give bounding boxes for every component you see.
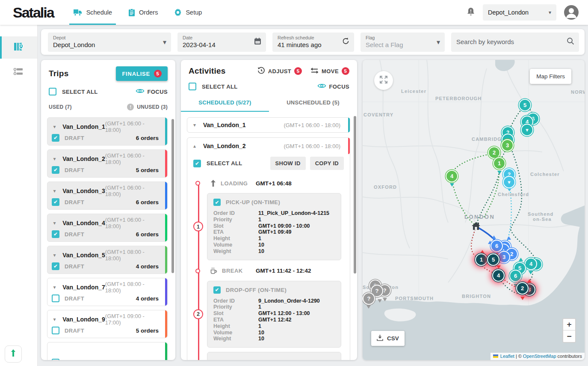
activities-focus-button[interactable]: FOCUS [317, 83, 350, 90]
trip-checkbox[interactable]: ✔ [52, 230, 59, 238]
map-marker[interactable]: 3 [501, 139, 514, 152]
stop-card[interactable]: ✔ DROP-OFF (ON-TIME) Order ID9_London_Or… [207, 281, 341, 348]
trip-card[interactable]: ▾ Van_London_3 (GMT+1 06:00 - 18:00) ✔ D… [47, 182, 168, 210]
nav-schedule[interactable]: Schedule [65, 0, 120, 25]
map-marker[interactable]: ▾ [521, 124, 533, 136]
adjust-button[interactable]: ADJUST 5 [257, 67, 302, 76]
map-marker[interactable]: ? [363, 292, 375, 305]
zoom-out-button[interactable]: − [563, 330, 575, 342]
map-marker[interactable]: 2 [516, 282, 529, 295]
trip-card[interactable]: ▾ Van_London_2 (GMT+1 06:00 - 18:00) ✔ D… [47, 149, 168, 178]
vehicle-expanded-header[interactable]: ▴ Van_London_2 (GMT+1 06:00 - 18:00) [187, 138, 350, 154]
trips-select-all-checkbox[interactable] [49, 88, 56, 95]
search-field[interactable]: Search by keywords [451, 33, 579, 52]
date-field[interactable]: Date 2023-04-14 [177, 33, 266, 52]
map-marker[interactable]: 1 [475, 253, 488, 266]
chevron-down-icon[interactable]: ▾ [52, 124, 57, 130]
chevron-down-icon: ▾ [163, 38, 166, 46]
activities-select-all-checkbox[interactable] [189, 83, 196, 90]
trip-checkbox[interactable]: ✔ [52, 198, 59, 206]
upload-arrow-icon [10, 349, 17, 359]
finalise-button[interactable]: FINALISE 5 [116, 66, 168, 81]
depot-field[interactable]: Depot Depot_London ▾ [48, 33, 171, 52]
show-id-button[interactable]: SHOW ID [270, 157, 306, 170]
trip-checkbox[interactable] [52, 359, 59, 360]
map-city-label: BRIGHTON [462, 294, 491, 299]
nav-setup[interactable]: Setup [166, 0, 210, 25]
depot-selector[interactable]: Depot_London ▾ [483, 4, 556, 21]
map-marker[interactable]: 4 [446, 170, 458, 182]
stop-field-row: Height1 [213, 323, 335, 330]
trip-card[interactable]: ▾ Van_London_9 (GMT+1 09:00 - 17:00) DRA… [47, 310, 168, 338]
csv-download-button[interactable]: CSV [371, 331, 405, 346]
nav-orders[interactable]: Orders [120, 0, 166, 25]
panel-row: Trips FINALISE 5 SELECT ALL FOCUS USED (… [41, 60, 585, 360]
trip-card[interactable]: ▾ Van_London_7 (GMT+1 08:00 - 18:00) DRA… [47, 278, 168, 306]
vehicle-select-all-checkbox[interactable]: ✔ [193, 160, 201, 167]
trip-card[interactable]: ▾ Van_London_5 (GMT+1 08:00 - 18:00) ✔ D… [47, 246, 168, 274]
move-button[interactable]: MOVE 5 [310, 67, 349, 75]
flag-field[interactable]: Flag Select a Flag ▾ [360, 33, 445, 52]
map-marker[interactable]: 6 [509, 270, 522, 282]
map-marker[interactable]: 1 [493, 157, 505, 170]
chevron-down-icon[interactable]: ▾ [192, 122, 198, 128]
stop-checkbox[interactable]: ✔ [213, 199, 221, 206]
sidebar-item-timeline[interactable] [0, 61, 37, 83]
fullscreen-button[interactable] [374, 71, 393, 90]
map-marker[interactable]: 4 [525, 258, 537, 270]
trips-focus-button[interactable]: FOCUS [136, 88, 168, 95]
leaflet-link[interactable]: Leaflet [500, 354, 514, 359]
zoom-in-button[interactable]: + [563, 319, 575, 330]
trips-focus-label: FOCUS [148, 89, 168, 95]
chevron-down-icon[interactable]: ▾ [52, 252, 57, 258]
stop-card[interactable]: ✔ PICK-UP (ON-TIME) Order ID11_Pick_UP_L… [207, 193, 341, 260]
map-marker[interactable]: ▾ [503, 176, 515, 188]
trip-checkbox[interactable]: ✔ [52, 166, 59, 174]
upload-button[interactable] [5, 345, 22, 363]
map-marker[interactable]: 3 [498, 251, 510, 263]
chevron-down-icon[interactable]: ▾ [52, 284, 57, 290]
stop-checkbox[interactable]: ✔ [213, 286, 221, 294]
sidebar-item-schedule-map[interactable] [0, 36, 37, 59]
used-tab[interactable]: USED (7) [49, 104, 72, 110]
chevron-up-icon[interactable]: ▴ [192, 143, 198, 149]
trip-card[interactable] [47, 342, 168, 360]
map-marker[interactable]: 4 [492, 269, 505, 282]
openstreetmap-link[interactable]: OpenStreetMap [523, 354, 556, 359]
activities-scrollbar[interactable] [354, 116, 356, 274]
field-label: Slot [213, 223, 258, 229]
stop-number: 1 [193, 222, 203, 232]
search-icon[interactable] [567, 37, 574, 47]
map-pointer-triangle [519, 258, 523, 261]
stop-field-row: Volume10 [213, 242, 335, 248]
trips-scrollbar[interactable] [171, 119, 174, 273]
unused-tab[interactable]: ! UNUSED (3) [127, 104, 168, 110]
field-label: ETA [213, 317, 258, 323]
map-marker[interactable]: 6 [490, 240, 503, 252]
chevron-down-icon[interactable]: ▾ [52, 188, 57, 194]
trip-checkbox[interactable] [52, 327, 59, 334]
calendar-icon[interactable] [254, 37, 261, 47]
chevron-down-icon[interactable]: ▾ [52, 316, 57, 322]
trip-color-bar [165, 118, 167, 145]
trip-order-count: 4 orders [136, 263, 159, 270]
trip-card[interactable]: ▾ Van_London_1 (GMT+1 06:00 - 18:00) ✔ D… [47, 117, 168, 146]
vehicle-window: (GMT+1 06:00 - 18:00) [284, 122, 340, 128]
trip-checkbox[interactable]: ✔ [52, 262, 59, 270]
map-marker[interactable]: 5 [487, 253, 499, 266]
map-filters-button[interactable]: Map Filters [530, 69, 571, 84]
user-avatar[interactable] [564, 5, 579, 20]
tab-scheduled[interactable]: SCHEDULED (5/27) [181, 95, 269, 112]
chevron-down-icon[interactable]: ▾ [52, 156, 57, 162]
trip-checkbox[interactable] [52, 295, 59, 302]
refresh-icon[interactable] [342, 37, 349, 47]
vehicle-row-collapsed[interactable]: ▾ Van_London_1 (GMT+1 06:00 - 18:00) [187, 117, 350, 133]
tab-unscheduled[interactable]: UNSCHEDULED (5) [269, 95, 357, 112]
trip-card[interactable]: ▾ Van_London_4 (GMT+1 06:00 - 18:00) ✔ D… [47, 214, 168, 242]
chevron-down-icon[interactable]: ▾ [52, 220, 57, 226]
copy-id-button[interactable]: COPY ID [310, 157, 344, 170]
stop-title: DROP-OFF (ON-TIME) [226, 287, 287, 293]
notification-bell-icon[interactable] [467, 7, 475, 18]
map-marker[interactable]: 5 [519, 99, 531, 111]
trip-checkbox[interactable]: ✔ [52, 134, 59, 142]
